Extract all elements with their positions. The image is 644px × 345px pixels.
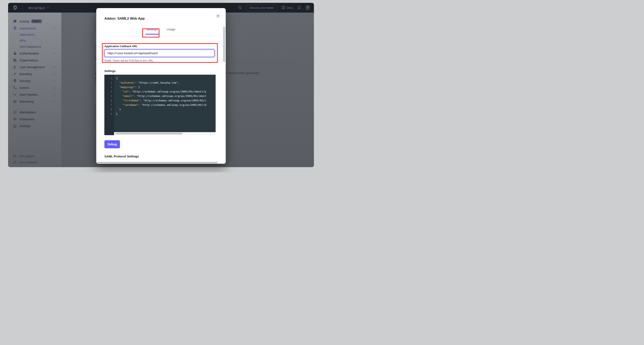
- gear-icon: [13, 124, 17, 128]
- modal-bottom-scrollbar-thumb[interactable]: [97, 162, 218, 163]
- chevron-right-icon: [53, 73, 56, 75]
- sidebar-subitem-sso-integrations[interactable]: SSO Integrations: [8, 44, 61, 50]
- first-badge: FIRST: [31, 20, 42, 23]
- search-icon[interactable]: [238, 6, 242, 10]
- callback-url-helper: SAML Token will be POSTed to this URL.: [104, 59, 154, 62]
- modal-tabs: Settings Usage: [96, 28, 226, 35]
- tab-usage[interactable]: Usage: [166, 28, 175, 35]
- line-number: 1: [104, 76, 112, 81]
- editor-scrollbar-thumb[interactable]: [115, 133, 182, 134]
- activity-icon: [13, 19, 17, 23]
- shield-check-icon: [13, 79, 17, 83]
- sidebar-item-organizations[interactable]: Organizations: [8, 57, 61, 64]
- pipeline-icon: [13, 93, 17, 97]
- docs-label: Docs: [287, 6, 293, 9]
- sidebar-item-label: Actions: [20, 86, 30, 89]
- editor-horizontal-scrollbar[interactable]: [114, 132, 216, 135]
- callback-url-input[interactable]: [104, 49, 214, 57]
- modal-bottom-scrollbar[interactable]: [96, 161, 226, 164]
- code-line: "mappings": {: [116, 85, 216, 89]
- sidebar-subitem-applications-sub[interactable]: Applications: [8, 32, 61, 38]
- brush-icon: [13, 72, 17, 76]
- sidebar-item-get-support[interactable]: Get support: [8, 153, 61, 159]
- book-icon: [281, 6, 286, 10]
- sidebar-item-settings[interactable]: Settings: [8, 122, 61, 129]
- code-line: "firstName": "http://schemas.xmlsoap.org…: [116, 98, 216, 103]
- editor-gutter: 123456789: [104, 75, 114, 135]
- code-line: "audience": "https://saml.boxyhq.com",: [116, 81, 216, 85]
- line-number: 7: [104, 103, 112, 107]
- chevron-right-icon: [53, 66, 56, 68]
- modal-vertical-scrollbar[interactable]: [223, 27, 225, 62]
- sidebar-item-label: Extensions: [20, 117, 34, 121]
- chat-bubble-icon: [13, 160, 16, 164]
- bell-icon[interactable]: [297, 6, 301, 10]
- tenant-switcher[interactable]: dev-tyj7qyzz: [28, 3, 49, 13]
- sidebar-item-security[interactable]: Security: [8, 77, 61, 84]
- sidebar-item-label: Applications: [20, 27, 36, 30]
- user-gear-icon: [13, 65, 17, 69]
- chevron-right-icon: [53, 93, 56, 96]
- sidebar-item-applications[interactable]: Applications: [8, 25, 61, 32]
- chevron-down-icon: [53, 27, 56, 30]
- bar-chart-icon: [13, 99, 17, 103]
- discuss-your-needs-button[interactable]: Discuss your needs: [246, 5, 277, 11]
- chevron-right-icon: [53, 86, 56, 89]
- sidebar-item-user-management[interactable]: User Management: [8, 64, 61, 70]
- question-circle-icon: [13, 154, 16, 158]
- sidebar-item-label: Authentication: [20, 52, 39, 55]
- sidebar-item-label: Monitoring: [20, 100, 34, 103]
- sidebar-item-monitoring[interactable]: Monitoring: [8, 98, 61, 105]
- code-line: "email": "http://schemas.xmlsoap.org/ws/…: [116, 94, 216, 98]
- lock-icon: [13, 51, 17, 55]
- sidebar-item-label: User Management: [20, 65, 44, 69]
- callback-url-label: Application Callback URL: [104, 45, 138, 48]
- auth0-shield-logo: [12, 5, 18, 10]
- sidebar-item-label: Security: [20, 79, 30, 83]
- user-avatar[interactable]: [305, 5, 310, 10]
- debug-button[interactable]: Debug: [104, 140, 120, 148]
- sidebar-item-label: Give feedback: [19, 161, 38, 164]
- sidebar-item-activity[interactable]: ActivityFIRST: [8, 18, 61, 25]
- grid-plus-icon: [13, 110, 17, 114]
- line-number: 9: [104, 112, 112, 116]
- code-line: "lastName": "http://schemas.xmlsoap.org/…: [116, 103, 216, 107]
- chevron-right-icon: [53, 52, 56, 55]
- settings-code-editor[interactable]: 123456789 { "audience": "https://saml.bo…: [104, 75, 216, 135]
- tenant-name: dev-tyj7qyzz: [28, 6, 45, 10]
- editor-code[interactable]: { "audience": "https://saml.boxyhq.com",…: [114, 75, 216, 135]
- line-number: 2: [104, 81, 112, 85]
- topbar-divider: [22, 6, 22, 10]
- sidebar-item-label: Branding: [20, 72, 32, 76]
- chip-icon: [13, 117, 17, 121]
- tab-settings[interactable]: Settings: [147, 28, 158, 35]
- sidebar-item-actions[interactable]: Actions: [8, 84, 61, 91]
- line-number: 5: [104, 94, 112, 98]
- sidebar-footer: Get supportGive feedback: [8, 153, 61, 165]
- sidebar-nav: ActivityFIRSTApplicationsApplicationsAPI…: [8, 13, 62, 167]
- close-icon[interactable]: ✕: [216, 14, 220, 19]
- sidebar-item-label: Get support: [19, 155, 34, 158]
- sidebar-item-marketplace[interactable]: Marketplace: [8, 109, 61, 116]
- line-number: 8: [104, 107, 112, 112]
- code-line: }: [116, 112, 216, 116]
- sidebar-item-auth-pipeline[interactable]: Auth Pipeline: [8, 91, 61, 98]
- sidebar-item-extensions[interactable]: Extensions: [8, 116, 61, 122]
- code-line: "id": "http://schemas.xmlsoap.org/ws/200…: [116, 89, 216, 94]
- code-line: {: [116, 76, 216, 81]
- sidebar-item-label: Organizations: [20, 59, 38, 62]
- building-icon: [13, 58, 17, 62]
- settings-editor-label: Settings: [104, 69, 116, 73]
- sidebar-item-authentication[interactable]: Authentication: [8, 50, 61, 57]
- sidebar-item-branding[interactable]: Branding: [8, 70, 61, 77]
- flow-icon: [13, 86, 17, 90]
- applications-icon: [13, 26, 17, 30]
- line-number: 6: [104, 98, 112, 103]
- sidebar-item-label: Activity: [20, 20, 29, 23]
- sidebar-subitem-apis[interactable]: APIs: [8, 38, 61, 44]
- docs-link[interactable]: Docs: [281, 6, 293, 10]
- sidebar-item-give-feedback[interactable]: Give feedback: [8, 159, 61, 165]
- addon-saml2-modal: Addon: SAML2 Web App ✕ Settings Usage Ap…: [96, 8, 226, 164]
- chevron-right-icon: [53, 100, 56, 103]
- sidebar-item-label: Marketplace: [20, 111, 36, 114]
